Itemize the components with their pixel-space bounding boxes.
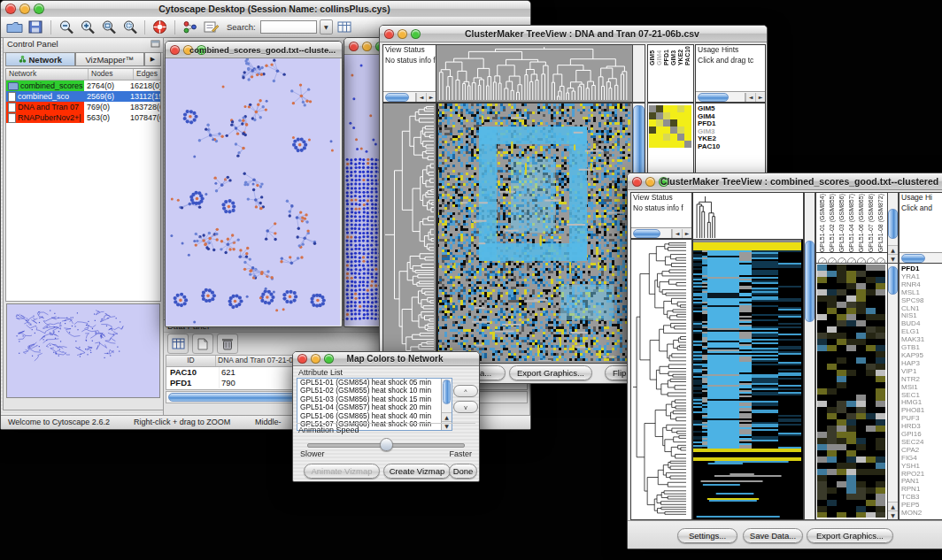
scrollbar-thumb[interactable] [633,229,660,238]
tv1-status-hscrollbar[interactable]: ◄► [383,91,436,102]
tv2-column-label[interactable]: GPL51-06 (GSM865) [856,194,866,252]
column-header-network[interactable]: Network [6,69,89,80]
zoom-in-icon[interactable] [78,19,97,35]
open-session-button[interactable] [5,19,24,35]
dialog-titlebar[interactable]: Map Colors to Network [293,352,479,366]
move-up-button[interactable]: ^ [453,385,478,397]
scrollbar-thumb[interactable] [901,254,925,263]
search-input[interactable] [260,20,317,34]
select-attributes-icon[interactable] [167,334,189,354]
scroll-left-arrow[interactable]: ◄ [672,229,682,238]
tv2-settings-button[interactable]: Settings... [677,528,737,543]
tv2-zoom-heatmap[interactable] [815,263,888,520]
scrollbar-thumb[interactable] [443,380,451,404]
scrollbar-thumb[interactable] [698,93,729,102]
search-dropdown-button[interactable]: ▼ [320,19,333,35]
close-button[interactable] [170,45,180,55]
network-list-row[interactable]: combined_sco2569(6)13112(15) [6,91,160,102]
network-view-titlebar[interactable]: combined_scores_good.txt--cluste... [166,42,342,58]
tv2-hints-hscrollbar[interactable] [900,252,942,263]
tv2-heatmap-vscrollbar[interactable] [804,192,815,520]
tv2-column-label[interactable]: GPL51-08 (GSM872) [876,194,885,252]
scroll-left-arrow[interactable]: ◄ [416,93,426,102]
id-column-header[interactable]: ID [166,356,216,366]
network-list-row[interactable]: combined_scores2764(0)16218(0) [6,81,160,91]
speed-slider-thumb[interactable] [380,438,393,451]
tab-network[interactable]: Network [5,52,75,66]
close-button[interactable] [384,29,394,39]
annotation-icon[interactable] [202,19,220,35]
tv2-collabel-scrollbar[interactable]: ▲▼ [887,192,899,264]
new-attribute-icon[interactable] [192,334,213,354]
tv2-column-label[interactable]: GPL51-03 (GSM856) [837,194,846,252]
tv1-column-label[interactable]: GIM4 [656,46,663,65]
scroll-up-arrow[interactable]: ▲ [888,245,898,254]
help-lifesaver-icon[interactable] [151,19,169,35]
tab-overflow-button[interactable]: ▶ [144,52,161,66]
tv2-column-label[interactable]: GPL51-07 (GSM868) [866,194,876,252]
minimize-button[interactable] [362,42,372,51]
tv2-column-label[interactable]: GPL51-01 (GSM854) [817,194,827,252]
tv1-export-graphics-button[interactable]: Export Graphics... [509,365,592,380]
column-header-edges[interactable]: Edges [134,69,160,80]
scrollbar-thumb[interactable] [385,93,409,102]
create-vizmap-button[interactable]: Create Vizmap [383,464,451,479]
tv1-column-label[interactable]: PAC10 [684,46,691,65]
attribute-browser-icon[interactable] [336,19,354,35]
tv1-column-dendrogram[interactable] [436,44,633,103]
close-button[interactable] [349,42,359,51]
done-button[interactable]: Done [449,464,477,479]
tab-vizmapper[interactable]: VizMapper™ [75,52,145,66]
treeview1-titlebar[interactable]: ClusterMaker TreeView : DNA and Tran 07-… [380,26,767,42]
tv1-column-label[interactable]: PFD1 [663,46,670,65]
tv1-column-label[interactable]: YKE2 [677,46,684,65]
treeview2-titlebar[interactable]: ClusterMaker TreeView : combined_scores_… [628,173,942,190]
column-header-nodes[interactable]: Nodes [89,69,134,80]
network-overview-canvas[interactable] [6,303,160,398]
network-view-canvas[interactable] [166,58,340,326]
main-titlebar[interactable]: Cytoscape Desktop (Session Name: collins… [1,1,530,18]
scroll-left-arrow[interactable]: ◄ [745,93,755,102]
tv1-hints-hscrollbar[interactable]: ◄► [696,91,765,102]
scroll-right-arrow[interactable]: ► [426,93,436,102]
tv2-status-hscrollbar[interactable]: ◄► [631,227,691,238]
animate-vizmap-button[interactable]: Animate Vizmap [304,464,380,479]
close-button[interactable] [5,4,16,14]
zoom-fit-icon[interactable] [99,19,118,35]
float-panel-icon[interactable] [151,40,160,50]
zoom-selected-icon[interactable] [120,19,139,35]
tv2-row-dendrogram[interactable] [630,239,692,520]
scroll-up-arrow[interactable]: ▲ [888,502,898,510]
close-button[interactable] [297,354,307,364]
scrollbar-thumb[interactable] [633,105,645,176]
network-list-row[interactable]: DNA and Tran 07769(0)183728(0) [6,102,160,112]
tv2-heatmap[interactable] [692,239,804,520]
tv2-column-label[interactable]: GPL51-02 (GSM855) [827,194,837,252]
scroll-down-arrow[interactable]: ▼ [888,510,898,519]
network-list-row[interactable]: RNAPuberNov2+|563(0)107847(0) [6,112,160,123]
scroll-up-arrow[interactable]: ▲ [442,412,452,421]
tv2-save-data-button[interactable]: Save Data... [743,528,803,543]
zoom-out-icon[interactable] [57,19,75,35]
tv2-gene-scrollbar[interactable]: ▲▼ [887,263,899,520]
scroll-right-arrow[interactable]: ► [682,229,691,238]
scroll-right-arrow[interactable]: ► [755,93,765,102]
scrollbar-thumb[interactable] [888,209,898,239]
tv2-gene-label[interactable]: MON2 [900,510,942,518]
scrollbar-thumb[interactable] [888,266,898,295]
scroll-down-arrow[interactable]: ▼ [888,254,898,263]
move-down-button[interactable]: v [453,401,478,413]
save-session-button[interactable] [27,19,45,35]
delete-attribute-icon[interactable] [217,334,238,354]
tv2-column-dendrogram[interactable] [692,192,804,241]
scrollbar-thumb[interactable] [805,241,815,322]
tv1-row-label[interactable]: PAC10 [696,143,765,151]
tv1-column-label[interactable]: GIM3 [670,46,677,65]
close-button[interactable] [632,177,642,187]
tv1-heatmap[interactable] [436,103,633,364]
tv1-dendro-scrollbar[interactable] [632,44,645,103]
tv2-column-label[interactable]: GPL51-04 (GSM857) [846,194,856,252]
tv1-row-dendrogram[interactable] [382,103,436,364]
tv2-export-graphics-button[interactable]: Export Graphics... [807,528,893,543]
tv1-column-label[interactable]: GIM5 [649,46,656,65]
